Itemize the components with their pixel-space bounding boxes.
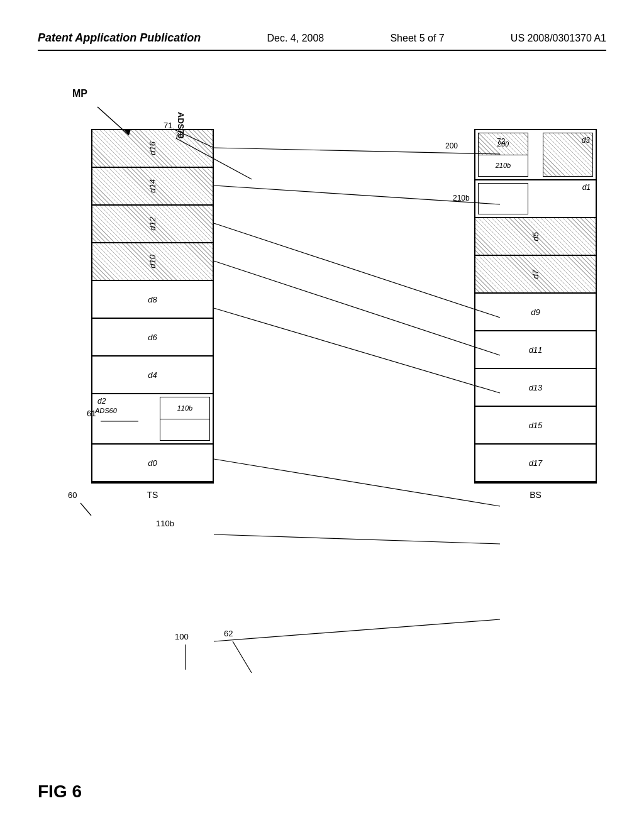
cell-d7: d7 [475,256,596,294]
ref-200: 200 [445,141,458,150]
ref-210b: 210b [453,194,470,202]
svg-line-4 [80,503,91,516]
svg-line-15 [214,619,500,641]
label-d13: d13 [529,383,543,392]
label-d11: d11 [529,345,543,355]
cell-d9: d9 [475,294,596,331]
cell-d12: d12 [92,206,213,243]
label-d17: d17 [529,458,543,468]
ref-70: 70 [175,131,184,140]
publication-date: Dec. 4, 2008 [267,33,325,44]
cell-d5: d5 [475,218,596,256]
label-d15: d15 [529,421,543,430]
label-d0: d0 [148,458,157,468]
svg-line-10 [214,223,500,318]
cell-d13: d13 [475,369,596,407]
cell-d6: d6 [92,319,213,357]
svg-line-14 [214,534,500,544]
cell-d2-ads60: d2 ADS60 110b [92,394,213,445]
ref-100: 100 [175,632,189,641]
label-d10: d10 [148,255,157,268]
label-d4: d4 [148,370,157,380]
label-d3: d3 [582,136,590,145]
cell-d16: d16 [92,130,213,168]
fig-label: FIG 6 [38,782,82,802]
svg-line-13 [214,459,500,506]
bs-label: BS [530,490,541,500]
cell-empty [160,419,209,441]
cell-d0: d0 [92,445,213,482]
d1-inner [478,183,528,214]
ref-62: 62 [224,629,233,638]
header: Patent Application Publication Dec. 4, 2… [38,31,606,51]
ts-stack: d16 d14 d12 d10 d8 d6 d4 [91,129,214,484]
cell-d15: d15 [475,407,596,445]
label-d12: d12 [148,217,157,231]
cell-d10: d10 [92,243,213,281]
svg-line-6 [233,641,252,673]
label-210b: 210b [496,162,511,169]
page: Patent Application Publication Dec. 4, 2… [0,0,644,830]
sheet-info: Sheet 5 of 7 [390,33,444,44]
label-d9: d9 [531,307,540,317]
cell-d3-top: 200 210b d3 [475,130,596,180]
mp-label: MP [72,88,87,99]
label-d16: d16 [148,141,157,155]
bs-stack: 200 210b d3 d1 d5 [474,129,597,484]
diagram-area: MP ADS70 d16 d14 d12 d1 [38,82,606,792]
cell-210b: 210b [479,155,528,177]
cell-d14: d14 [92,168,213,206]
publication-title: Patent Application Publication [38,31,201,45]
label-d14: d14 [148,179,157,193]
ref-110b: 110b [156,519,174,528]
label-ads60: ADS60 [95,407,117,414]
cell-d8: d8 [92,281,213,319]
label-d6: d6 [148,333,157,342]
ts-label: TS [147,490,158,500]
cell-d1: d1 [475,180,596,218]
label-d1: d1 [582,183,591,192]
label-d7: d7 [531,270,540,279]
label-d5: d5 [531,232,540,241]
ref-72: 72 [497,137,505,146]
svg-line-11 [214,261,500,355]
ads60-inner: 110b [160,397,210,441]
ref-61: 61 [87,409,96,418]
cell-d17: d17 [475,445,596,482]
ref-71: 71 [164,121,172,130]
cell-d11: d11 [475,331,596,369]
label-d8: d8 [148,295,157,304]
cell-d3-hatch: d3 [543,133,593,177]
ref-60: 60 [68,490,77,500]
cell-d4: d4 [92,357,213,394]
svg-line-12 [214,308,500,393]
cell-110b: 110b [160,397,209,419]
patent-number: US 2008/0301370 A1 [511,33,606,44]
label-d2: d2 [97,397,106,406]
